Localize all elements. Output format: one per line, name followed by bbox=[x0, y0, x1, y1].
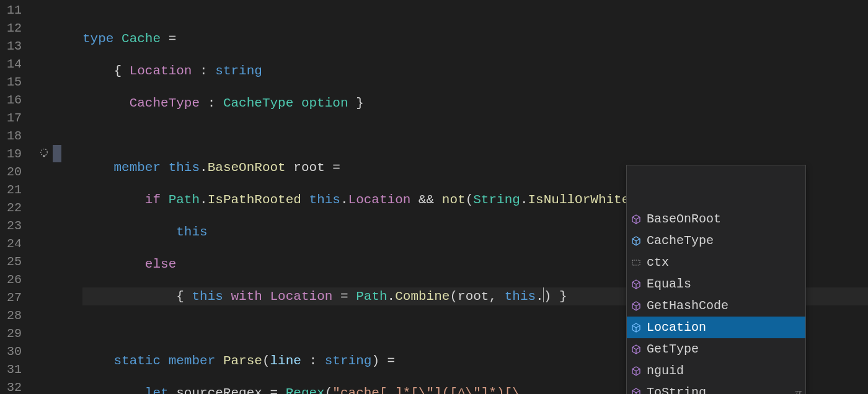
suggestion-label: ctx bbox=[647, 255, 669, 269]
intellisense-popup[interactable]: π BaseOnRootCacheTypectxEqualsGetHashCod… bbox=[626, 165, 806, 394]
line-number: 11 bbox=[0, 1, 53, 19]
method-icon bbox=[631, 344, 642, 355]
line-number: 28 bbox=[0, 307, 53, 325]
line-number: 26 bbox=[0, 271, 53, 289]
line-number: 30 bbox=[0, 343, 53, 361]
suggestion-label: nguid bbox=[647, 364, 684, 378]
svg-point-0 bbox=[41, 149, 48, 156]
method-icon bbox=[631, 387, 642, 395]
method-icon bbox=[631, 279, 642, 290]
member-name: BaseOnRoot bbox=[208, 160, 286, 175]
line-number: 14 bbox=[0, 55, 53, 73]
line-number: 18 bbox=[0, 127, 53, 145]
line-number: 19 bbox=[0, 145, 53, 163]
suggestion-label: BaseOnRoot bbox=[647, 212, 721, 226]
line-number: 12 bbox=[0, 19, 53, 37]
property-icon bbox=[631, 235, 642, 247]
code-editor[interactable]: 1112131415161718192021222324252627282930… bbox=[0, 0, 868, 394]
method-icon bbox=[631, 366, 642, 377]
suggestion-item[interactable]: Location bbox=[627, 317, 805, 338]
variable-icon bbox=[631, 257, 642, 268]
suggestion-item[interactable]: GetType bbox=[627, 338, 805, 360]
suggestion-item[interactable]: CacheType bbox=[627, 230, 805, 252]
line-number: 15 bbox=[0, 73, 53, 91]
suggestion-label: CacheType bbox=[647, 234, 714, 248]
suggestion-label: GetType bbox=[647, 342, 699, 356]
line-number: 13 bbox=[0, 37, 53, 55]
line-number: 21 bbox=[0, 181, 53, 199]
method-icon bbox=[631, 300, 642, 312]
suggestion-label: ToString bbox=[647, 385, 706, 394]
suggestion-item[interactable]: ToString bbox=[627, 382, 805, 394]
line-number: 24 bbox=[0, 235, 53, 253]
code-area[interactable]: type Cache = { Location : string CacheTy… bbox=[82, 0, 868, 394]
property-icon bbox=[631, 322, 642, 333]
svg-rect-1 bbox=[43, 155, 45, 157]
record-field: Location bbox=[130, 64, 192, 78]
line-number: 23 bbox=[0, 217, 53, 235]
type-name: Cache bbox=[122, 32, 161, 46]
line-number: 20 bbox=[0, 163, 53, 181]
line-number: 31 bbox=[0, 361, 53, 379]
lightbulb-icon[interactable] bbox=[37, 147, 50, 160]
line-number: 29 bbox=[0, 325, 53, 343]
line-marker bbox=[53, 145, 61, 162]
keyword-type: type bbox=[82, 32, 113, 46]
line-number: 22 bbox=[0, 199, 53, 217]
suggestion-item[interactable]: BaseOnRoot bbox=[627, 208, 805, 230]
line-number: 27 bbox=[0, 289, 53, 307]
suggestion-item[interactable]: Equals bbox=[627, 273, 805, 295]
suggestion-item[interactable]: ctx bbox=[627, 252, 805, 273]
suggestion-label: GetHashCode bbox=[647, 299, 728, 313]
line-number-gutter: 1112131415161718192021222324252627282930… bbox=[0, 0, 53, 394]
suggestion-item[interactable]: GetHashCode bbox=[627, 295, 805, 317]
suggestion-label: Location bbox=[647, 320, 706, 335]
glyph-margin bbox=[53, 0, 82, 394]
line-number: 25 bbox=[0, 253, 53, 271]
line-number: 17 bbox=[0, 109, 53, 127]
suggestion-label: Equals bbox=[647, 277, 691, 291]
method-icon bbox=[631, 214, 642, 225]
pin-icon[interactable]: π bbox=[795, 385, 802, 394]
svg-rect-2 bbox=[632, 260, 640, 265]
suggestion-item[interactable]: nguid bbox=[627, 360, 805, 382]
line-number: 16 bbox=[0, 91, 53, 109]
line-number: 32 bbox=[0, 379, 53, 394]
record-field: CacheType bbox=[130, 96, 200, 110]
